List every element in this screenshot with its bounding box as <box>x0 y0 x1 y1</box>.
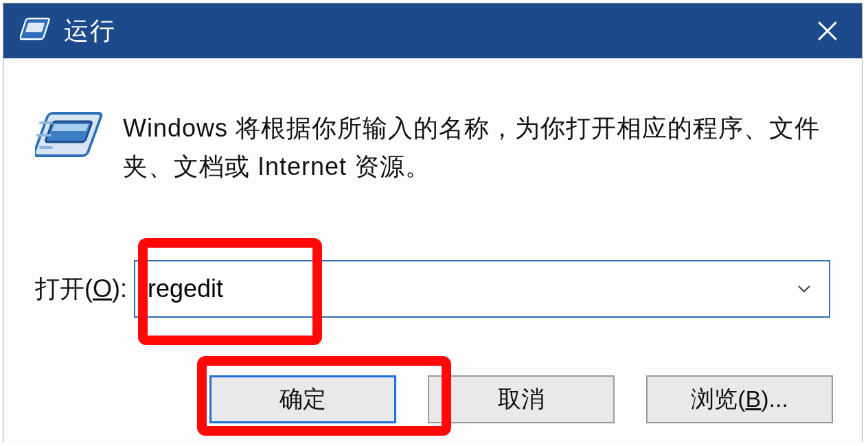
run-icon <box>35 109 106 167</box>
open-input[interactable] <box>135 261 779 316</box>
dialog-body: Windows 将根据你所输入的名称，为你打开相应的程序、文件夹、文档或 Int… <box>3 58 862 443</box>
title-bar[interactable]: 运行 <box>3 3 862 58</box>
svg-rect-1 <box>25 23 45 32</box>
run-title-icon <box>20 17 50 45</box>
open-label-pre: 打开( <box>35 274 93 303</box>
window-title: 运行 <box>64 14 116 48</box>
open-label-post: ): <box>112 274 127 303</box>
dropdown-button[interactable] <box>779 281 829 297</box>
run-dialog: 运行 Windows 将根据你所输入的名称，为你打开相应的程序、文件夹、文档或 … <box>3 3 863 442</box>
close-icon <box>816 19 839 43</box>
browse-button[interactable]: 浏览(B)... <box>646 375 833 423</box>
close-button[interactable] <box>793 3 862 58</box>
description-text: Windows 将根据你所输入的名称，为你打开相应的程序、文件夹、文档或 Int… <box>123 109 821 186</box>
browse-label: 浏览(B)... <box>691 384 788 415</box>
cancel-button[interactable]: 取消 <box>428 375 615 423</box>
open-combobox[interactable] <box>134 260 830 318</box>
ok-label: 确定 <box>279 384 326 415</box>
cancel-label: 取消 <box>498 384 545 415</box>
open-label-key: O <box>93 274 112 303</box>
svg-rect-4 <box>52 124 89 131</box>
chevron-down-icon <box>796 281 812 297</box>
button-row: 确定 取消 浏览(B)... <box>3 375 862 423</box>
open-label: 打开(O): <box>35 272 127 306</box>
ok-button[interactable]: 确定 <box>209 375 396 423</box>
